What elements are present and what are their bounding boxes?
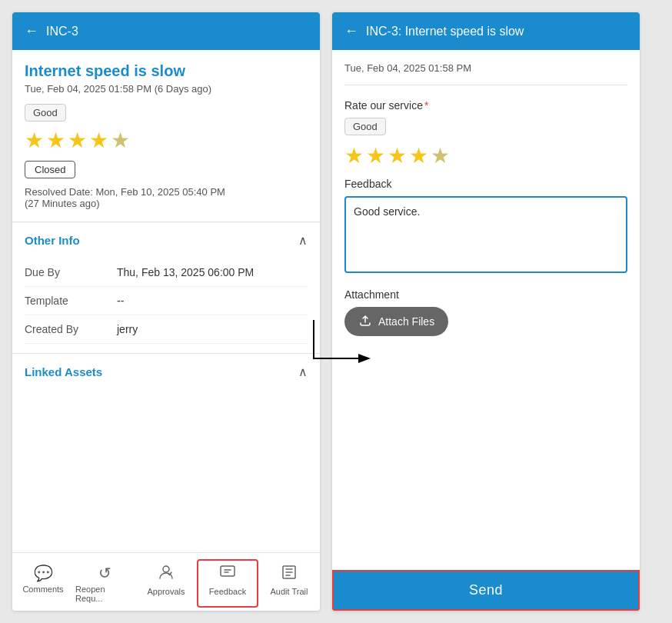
send-button[interactable]: Send xyxy=(332,570,640,611)
rating-badge-left: Good xyxy=(25,104,66,122)
attach-files-label: Attach Files xyxy=(378,315,434,328)
audit-icon xyxy=(281,564,298,585)
right-header-title: INC-3: Internet speed is slow xyxy=(366,25,524,38)
right-back-button[interactable]: ← xyxy=(344,23,358,39)
audit-label: Audit Trail xyxy=(271,587,308,596)
star-r4[interactable]: ★ xyxy=(409,143,428,168)
comments-label: Comments xyxy=(22,585,63,594)
send-footer: Send xyxy=(332,570,640,611)
linked-assets-chevron: ∧ xyxy=(298,365,308,379)
svg-rect-1 xyxy=(221,566,235,576)
other-info-section[interactable]: Other Info ∧ xyxy=(25,222,308,258)
due-by-label: Due By xyxy=(25,266,117,278)
bottom-nav: 💬 Comments ↺ Reopen Requ... Approvals xyxy=(12,552,320,611)
linked-assets-title: Linked Assets xyxy=(25,365,102,378)
feedback-icon xyxy=(219,564,236,585)
star-rating-left: ★ ★ ★ ★ ★ xyxy=(25,128,308,153)
due-by-value: Thu, Feb 13, 2025 06:00 PM xyxy=(117,266,254,278)
star-r2[interactable]: ★ xyxy=(366,143,385,168)
feedback-textarea[interactable]: Good service. xyxy=(344,196,627,273)
star-5: ★ xyxy=(111,128,130,153)
nav-reopen[interactable]: ↺ Reopen Requ... xyxy=(74,559,135,608)
svg-point-0 xyxy=(163,566,169,572)
left-header: ← INC-3 xyxy=(12,12,320,50)
template-value: -- xyxy=(117,295,124,307)
linked-assets-section[interactable]: Linked Assets ∧ xyxy=(25,354,308,390)
incident-title: Internet speed is slow xyxy=(25,62,308,80)
approvals-label: Approvals xyxy=(148,587,185,596)
star-1: ★ xyxy=(25,128,44,153)
nav-audit[interactable]: Audit Trail xyxy=(258,559,320,608)
right-content: Tue, Feb 04, 2025 01:58 PM Rate our serv… xyxy=(332,50,640,570)
other-info-title: Other Info xyxy=(25,234,80,247)
template-label: Template xyxy=(25,295,117,307)
right-date: Tue, Feb 04, 2025 01:58 PM xyxy=(344,62,627,85)
star-rating-right: ★ ★ ★ ★ ★ xyxy=(344,143,627,168)
star-r5[interactable]: ★ xyxy=(431,143,450,168)
feedback-field-label: Feedback xyxy=(344,178,627,190)
created-by-label: Created By xyxy=(25,323,117,335)
info-row-createdby: Created By jerry xyxy=(25,315,308,344)
left-content: Internet speed is slow Tue, Feb 04, 2025… xyxy=(12,50,320,552)
star-3: ★ xyxy=(68,128,87,153)
star-r3[interactable]: ★ xyxy=(388,143,407,168)
left-header-title: INC-3 xyxy=(46,25,78,38)
info-row-dueby: Due By Thu, Feb 13, 2025 06:00 PM xyxy=(25,258,308,287)
comments-icon: 💬 xyxy=(34,564,53,582)
incident-date: Tue, Feb 04, 2025 01:58 PM (6 Days ago) xyxy=(25,83,308,95)
reopen-label: Reopen Requ... xyxy=(75,585,134,603)
left-back-button[interactable]: ← xyxy=(25,23,38,39)
nav-comments[interactable]: 💬 Comments xyxy=(12,559,74,608)
star-4: ★ xyxy=(89,128,108,153)
resolved-date: Resolved Date: Mon, Feb 10, 2025 05:40 P… xyxy=(25,186,308,209)
status-badge: Closed xyxy=(25,161,75,178)
info-row-template: Template -- xyxy=(25,287,308,315)
rating-badge-right: Good xyxy=(344,118,386,135)
attachment-label: Attachment xyxy=(344,288,627,301)
approvals-icon xyxy=(158,564,175,585)
feedback-label: Feedback xyxy=(209,587,246,596)
nav-approvals[interactable]: Approvals xyxy=(135,559,197,608)
right-panel: ← INC-3: Internet speed is slow Tue, Feb… xyxy=(332,12,640,611)
required-star: * xyxy=(424,99,428,112)
upload-icon xyxy=(358,313,372,330)
star-r1[interactable]: ★ xyxy=(344,143,364,168)
nav-feedback[interactable]: Feedback xyxy=(197,559,258,608)
right-header: ← INC-3: Internet speed is slow xyxy=(332,12,640,50)
info-table: Due By Thu, Feb 13, 2025 06:00 PM Templa… xyxy=(25,258,308,344)
star-2: ★ xyxy=(46,128,65,153)
left-panel: ← INC-3 Internet speed is slow Tue, Feb … xyxy=(12,12,320,611)
created-by-value: jerry xyxy=(117,323,138,335)
other-info-chevron: ∧ xyxy=(298,233,308,248)
attach-files-button[interactable]: Attach Files xyxy=(344,307,448,336)
rate-label: Rate our service* xyxy=(344,99,627,112)
reopen-icon: ↺ xyxy=(98,564,111,582)
